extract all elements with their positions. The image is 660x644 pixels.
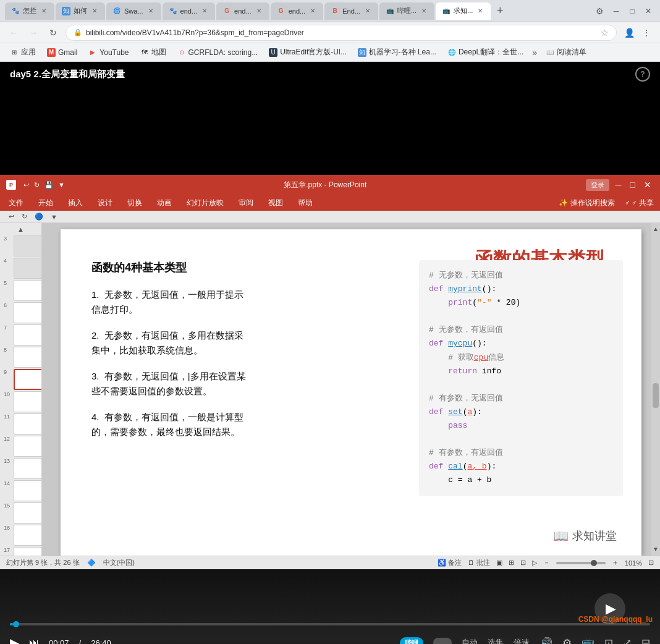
view-reading-icon[interactable]: ⊡ <box>520 559 526 567</box>
video-progress-area[interactable] <box>0 623 660 625</box>
bookmark-ultraedit[interactable]: U UltraEdit官方版-Ul... <box>264 45 351 60</box>
pip-icon[interactable]: ⊡ <box>604 637 613 645</box>
danmaku-toggle[interactable] <box>433 638 452 644</box>
theater-icon[interactable]: ⊟ <box>641 637 650 645</box>
menu-icon[interactable]: ⋮ <box>639 25 654 40</box>
settings-icon[interactable]: ⚙ <box>562 637 572 645</box>
slide-panel[interactable]: ▲ 3 4 5 6 7 8 <box>0 223 42 556</box>
menu-review[interactable]: 审阅 <box>236 197 256 210</box>
progress-dot[interactable] <box>13 621 19 627</box>
video-help-button[interactable]: ? <box>635 67 650 82</box>
menu-insert[interactable]: 插入 <box>66 197 85 210</box>
tab-5-close[interactable]: ✕ <box>255 7 263 15</box>
refresh-button[interactable]: ↻ <box>46 25 61 40</box>
slide-thumb-10[interactable]: 10 <box>14 391 39 412</box>
tab-2-close[interactable]: ✕ <box>90 7 99 15</box>
slide-thumb-3[interactable]: 3 <box>14 235 39 256</box>
ppt-save-icon[interactable]: 💾 <box>44 181 53 189</box>
view-slideshow-icon[interactable]: ▷ <box>532 559 537 567</box>
ppt-share-button[interactable]: ♂ ♂ 共享 <box>625 198 654 208</box>
ribbon-quickaccess[interactable]: 🔵 <box>32 211 46 222</box>
bookmark-deepl[interactable]: 🌐 DeepL翻译：全世... <box>442 45 528 60</box>
tab-8[interactable]: 📺 哔哩... ✕ <box>379 2 434 20</box>
slide-thumb-16[interactable]: 16 <box>14 525 39 546</box>
slide-thumb-12[interactable]: 12 <box>14 436 39 457</box>
back-button[interactable]: ← <box>6 25 21 40</box>
ribbon-dropdown[interactable]: ▼ <box>48 212 60 222</box>
slide-thumb-4[interactable]: 4 <box>14 258 39 279</box>
tab-6-close[interactable]: ✕ <box>308 7 317 15</box>
bookmark-apps[interactable]: ⊞ 应用 <box>5 45 41 60</box>
zoom-minus-icon[interactable]: － <box>543 558 550 567</box>
forward-button[interactable]: → <box>26 25 41 40</box>
scroll-thumb[interactable] <box>653 383 659 408</box>
tab-9-close[interactable]: ✕ <box>476 7 484 15</box>
panel-scroll-up[interactable]: ▲ <box>17 226 24 233</box>
extensions-icon[interactable]: ⚙ <box>592 4 607 19</box>
play-button[interactable]: ▶ <box>10 635 19 644</box>
bookmark-youtube[interactable]: ▶ YouTube <box>83 45 133 60</box>
tab-9[interactable]: 📺 求知... ✕ <box>436 2 491 20</box>
zoom-slider[interactable] <box>556 562 606 564</box>
tab-5[interactable]: G end... ✕ <box>216 2 269 20</box>
view-normal-icon[interactable]: ▣ <box>496 559 502 567</box>
slide-thumb-15[interactable]: 15 <box>14 502 39 523</box>
slide-thumb-17[interactable]: 17 <box>14 547 39 556</box>
progress-track[interactable] <box>10 623 650 625</box>
slide-thumb-13[interactable]: 13 <box>14 458 39 479</box>
scroll-up-arrow[interactable]: ▲ <box>653 224 659 234</box>
bookmark-ml[interactable]: 知 机器学习-各种 Lea... <box>353 45 441 60</box>
cast-icon[interactable]: 📺 <box>582 637 594 645</box>
bookmarks-more-icon[interactable]: » <box>530 48 539 57</box>
menu-help[interactable]: 帮助 <box>295 197 315 210</box>
maximize-button[interactable]: □ <box>625 4 639 18</box>
ppt-login-button[interactable]: 登录 <box>586 179 609 191</box>
zoom-level[interactable]: 101% <box>625 559 642 567</box>
tab-7-close[interactable]: ✕ <box>363 7 372 15</box>
bookmark-gmail[interactable]: M Gmail <box>42 45 82 60</box>
ppt-search-label[interactable]: 操作说明搜索 <box>570 198 615 208</box>
ribbon-redo[interactable]: ↻ <box>19 211 30 222</box>
ribbon-undo[interactable]: ↩ <box>6 211 17 222</box>
next-button[interactable]: ⏭ <box>29 637 39 644</box>
speed-label[interactable]: 倍速 <box>514 637 530 644</box>
auto-label[interactable]: 自动 <box>462 637 478 644</box>
zoom-plus-icon[interactable]: ＋ <box>612 558 619 567</box>
tab-1-close[interactable]: ✕ <box>40 7 48 15</box>
menu-home[interactable]: 开始 <box>36 197 56 210</box>
tab-1[interactable]: 🐾 怎拦 ✕ <box>5 2 54 20</box>
tab-6[interactable]: G end... ✕ <box>271 2 324 20</box>
bookmark-star-icon[interactable]: ☆ <box>601 28 609 38</box>
fit-slide-icon[interactable]: ⊡ <box>648 559 654 567</box>
ppt-undo-icon[interactable]: ↩ <box>23 181 29 189</box>
ppt-maximize-button[interactable]: □ <box>628 180 638 190</box>
minimize-button[interactable]: ─ <box>609 4 623 18</box>
bookmark-readinglist[interactable]: 📖 阅读清单 <box>541 45 591 60</box>
tab-8-close[interactable]: ✕ <box>420 7 428 15</box>
account-icon[interactable]: 👤 <box>622 25 637 40</box>
menu-animations[interactable]: 动画 <box>154 197 174 210</box>
new-tab-button[interactable]: + <box>492 3 508 19</box>
view-grid-icon[interactable]: ⊞ <box>509 559 514 567</box>
address-input[interactable]: 🔒 bilibili.com/video/BV1vA411b7Rn?p=36&s… <box>66 25 617 41</box>
slide-thumb-8[interactable]: 8 <box>14 347 39 368</box>
tab-4[interactable]: 🐾 end... ✕ <box>163 2 216 20</box>
slide-canvas[interactable]: 函数的基本类型 函数的4种基本类型 1. 无参数，无返回值，一般用于提示信息打印… <box>61 229 641 556</box>
ppt-close-button[interactable]: ✕ <box>641 180 654 190</box>
slide-thumb-14[interactable]: 14 <box>14 480 39 501</box>
slide-thumb-11[interactable]: 11 <box>14 413 39 434</box>
fullscreen-icon[interactable]: ⤢ <box>623 637 632 645</box>
playlist-label[interactable]: 选集 <box>488 637 504 644</box>
menu-view[interactable]: 视图 <box>266 197 286 210</box>
menu-file[interactable]: 文件 <box>6 197 26 210</box>
slide-thumb-6[interactable]: 6 <box>14 302 39 323</box>
notes-status[interactable]: 🗒 批注 <box>468 558 490 567</box>
ppt-minimize-button[interactable]: ─ <box>613 180 624 190</box>
tab-4-close[interactable]: ✕ <box>200 7 209 15</box>
accessibility-status[interactable]: ♿ 备注 <box>438 558 462 567</box>
tab-2[interactable]: 知 如何 ✕ <box>56 2 105 20</box>
menu-slideshow[interactable]: 幻灯片放映 <box>184 197 226 210</box>
menu-transitions[interactable]: 切换 <box>125 197 145 210</box>
ppt-redo-icon[interactable]: ↻ <box>34 181 40 189</box>
tab-3-close[interactable]: ✕ <box>146 7 155 15</box>
